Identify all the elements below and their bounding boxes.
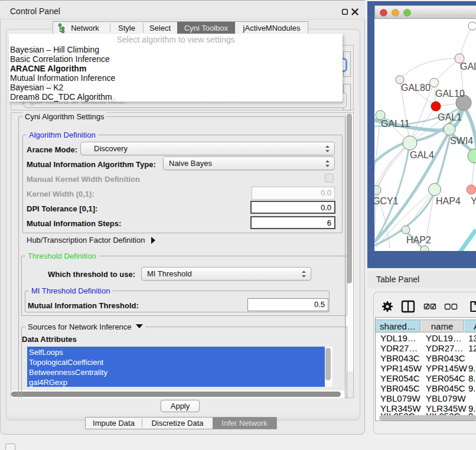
svg-text:GAL1: GAL1 xyxy=(438,112,462,122)
svg-text:HAP4: HAP4 xyxy=(436,196,461,206)
svg-text:HAP2: HAP2 xyxy=(406,235,431,245)
svg-text:GAL: GAL xyxy=(460,61,476,71)
svg-text:Y: Y xyxy=(471,196,476,206)
svg-text:GAL4: GAL4 xyxy=(410,150,434,160)
svg-text:GAL11: GAL11 xyxy=(381,119,410,129)
svg-text:SWI4: SWI4 xyxy=(450,136,473,146)
svg-text:GCY1: GCY1 xyxy=(374,196,399,206)
svg-text:GAL10: GAL10 xyxy=(435,89,465,99)
svg-text:GAL80: GAL80 xyxy=(401,83,431,93)
